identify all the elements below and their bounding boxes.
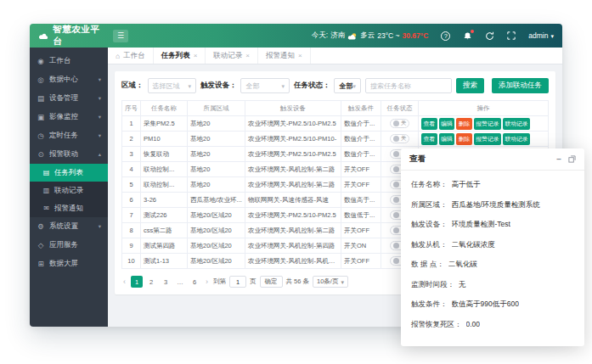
toggle-knob [393, 120, 399, 126]
app-title: 智慧农业平台 [53, 24, 106, 48]
add-linkage-task-button[interactable]: 添加联动任务 [492, 78, 549, 93]
tab-linkage-record[interactable]: 联动记录 × [206, 48, 258, 64]
username: admin [528, 31, 548, 40]
dialog-field-row: 所属区域： 西瓜基地/环境质量检测系统 [411, 200, 574, 210]
toggle-knob [393, 227, 399, 233]
fullscreen-icon[interactable] [507, 31, 516, 40]
tab-task-list[interactable]: 任务列表 × [154, 48, 206, 64]
page-button[interactable]: 6 [189, 276, 200, 288]
task-list-icon: ▤ [42, 169, 50, 176]
sidebar-item-data-center[interactable]: ◎ 数据中心 ▾ [30, 70, 108, 89]
linkage-record-button[interactable]: 联动记录 [503, 133, 530, 145]
close-icon[interactable]: × [245, 52, 250, 59]
linkage-record-icon: ▥ [42, 187, 50, 194]
dialog-field-row: 任务名称： 高于低于 [411, 180, 574, 190]
today-label: 今天: [312, 31, 328, 41]
col-header-no: 序号 [122, 101, 141, 116]
edit-button[interactable]: 编辑 [439, 133, 455, 145]
refresh-icon[interactable] [485, 31, 494, 41]
video-monitor-icon: ▣ [37, 113, 45, 121]
sidebar-item-alarm-notice[interactable]: ✉ 报警通知 [30, 199, 108, 217]
cell-condition: 数值介于... [341, 147, 381, 162]
cell-no: 8 [122, 223, 141, 238]
notification-bell-icon[interactable] [463, 31, 472, 41]
page-button[interactable]: … [174, 276, 186, 288]
cell-name: PM10 [141, 132, 188, 147]
user-menu[interactable]: admin ▾ [528, 31, 554, 40]
page-button[interactable]: 1 [131, 276, 143, 288]
chevron-down-icon: ▾ [188, 83, 191, 89]
close-icon[interactable]: × [298, 52, 302, 59]
sidebar-item-app-services[interactable]: ◇ 应用服务 [30, 236, 108, 255]
cell-no: 3 [122, 147, 141, 162]
weather-condition: 多云 [360, 31, 375, 41]
linkage-record-button[interactable]: 联动记录 [503, 118, 530, 130]
page-button[interactable]: 3 [160, 276, 172, 288]
sidebar-collapse-button[interactable]: ☰ [113, 30, 128, 42]
sidebar-item-data-screen[interactable]: ⊞ 数据大屏 [30, 255, 108, 273]
region-select[interactable]: 选择区域 ▾ [148, 78, 196, 93]
delete-button[interactable]: 删除 [456, 118, 472, 130]
cell-device: 物联网网关-风速传感器-风速 [245, 193, 341, 208]
maximize-icon[interactable] [568, 155, 576, 163]
minimize-icon[interactable]: − [556, 155, 561, 164]
next-page-icon[interactable]: › [204, 277, 210, 286]
cell-no: 5 [122, 177, 141, 193]
cell-condition: 数值介于... [341, 132, 381, 147]
sidebar-item-task-list[interactable]: ▤ 任务列表 [30, 164, 108, 182]
edit-button[interactable]: 编辑 [439, 118, 455, 130]
cell-name: 联动控制... [141, 177, 188, 193]
trigger-device-select[interactable]: 全部 ▾ [240, 78, 289, 93]
sidebar-item-linkage-record[interactable]: ▥ 联动记录 [30, 182, 108, 199]
cell-area: 基地20 [188, 147, 245, 162]
tab-alarm-notice[interactable]: 报警通知 × [258, 48, 311, 64]
cell-area: 西瓜基地/农业环... [188, 193, 245, 208]
sidebar-item-video-monitor[interactable]: ▣ 影像监控 ▾ [30, 108, 108, 126]
cell-device: 农业环境网关-PM2.5/10-PM2.5 [245, 147, 341, 162]
cell-no: 10 [122, 254, 141, 269]
field-label: 触发从机： [411, 240, 448, 250]
search-input[interactable] [365, 78, 452, 93]
cell-device: 农业环境网关-PM2.5/10-PM2.5 [245, 208, 341, 223]
alarm-record-button[interactable]: 报警记录 [474, 133, 501, 145]
confirm-page-button[interactable]: 确定 [260, 276, 283, 288]
workbench-icon: ◉ [37, 57, 45, 65]
cell-device: 农业环境网关-风机控制-第四路 [245, 238, 341, 254]
search-button[interactable]: 搜索 [456, 78, 484, 93]
close-icon[interactable]: × [194, 52, 198, 59]
prev-page-icon[interactable]: ‹ [121, 277, 127, 286]
help-icon[interactable]: ? [441, 31, 450, 41]
brand: 智慧农业平台 [38, 24, 106, 48]
page-button[interactable]: 2 [145, 276, 157, 288]
page-size-select[interactable]: 10条/页 ▾ [313, 276, 348, 288]
gear-icon: ⚙ [37, 222, 45, 231]
cell-name: 测试第四路 [141, 238, 188, 254]
tab-workbench[interactable]: ⌂ 工作台 [108, 48, 154, 64]
view-button[interactable]: 查看 [421, 118, 437, 130]
total-count: 共 56 条 [286, 277, 310, 286]
status-toggle[interactable]: 关 [390, 134, 410, 143]
field-value: 高于低于 [452, 180, 481, 190]
view-button[interactable]: 查看 [421, 133, 437, 145]
sidebar-item-timed-tasks[interactable]: ◷ 定时任务 ▾ [30, 126, 108, 145]
sidebar-item-alarm-linkage[interactable]: ⊙ 报警联动 ▴ [30, 145, 108, 164]
field-value: 环境质量检测-Test [452, 220, 510, 230]
cell-area: 基地20/区域20 [188, 254, 245, 269]
sidebar-item-system-settings[interactable]: ⚙ 系统设置 ▾ [30, 217, 108, 236]
delete-button[interactable]: 删除 [456, 133, 472, 145]
chevron-down-icon: ▾ [99, 95, 101, 102]
goto-page-input[interactable] [229, 276, 246, 288]
cell-no: 7 [122, 208, 141, 223]
status-toggle[interactable]: 关 [390, 119, 410, 128]
alarm-record-button[interactable]: 报警记录 [474, 118, 501, 130]
sidebar-item-workbench[interactable]: ◉ 工作台 [30, 52, 108, 70]
chevron-down-icon: ▾ [99, 76, 101, 83]
toggle-knob [393, 258, 399, 264]
cell-area: 基地20 [188, 162, 245, 177]
sidebar-item-device-management[interactable]: ▤ 设备管理 ▾ [30, 89, 108, 108]
cell-device: 农业环境网关-风机控制-风机控制 [245, 254, 341, 269]
temp-high: 30.67°C [403, 31, 429, 40]
task-status-select[interactable]: 全部 ▾ [334, 78, 361, 93]
toggle-knob [393, 166, 399, 172]
alarm-notice-icon: ✉ [42, 204, 50, 212]
